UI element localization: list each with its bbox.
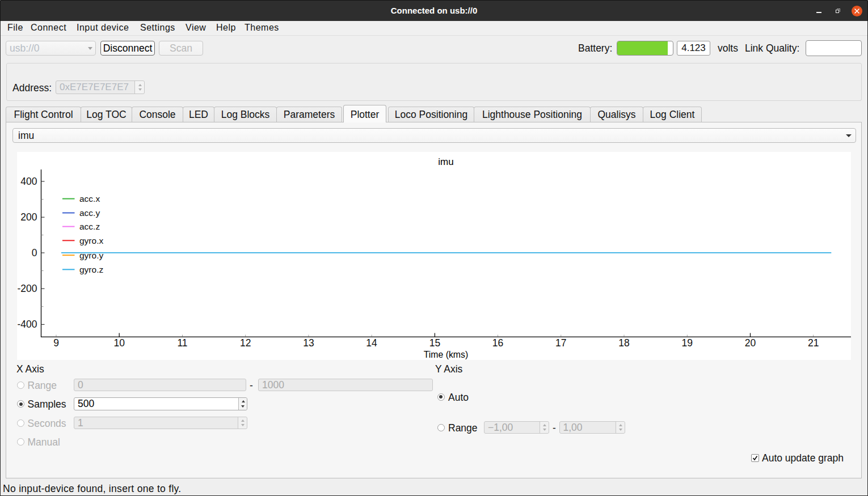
svg-text:imu: imu <box>438 156 453 167</box>
svg-text:gyro.x: gyro.x <box>79 236 103 245</box>
svg-text:10: 10 <box>113 337 125 349</box>
svg-text:Time (kms): Time (kms) <box>424 350 468 359</box>
svg-text:11: 11 <box>177 337 187 349</box>
svg-text:14: 14 <box>366 337 377 349</box>
svg-text:gyro.z: gyro.z <box>79 265 103 274</box>
svg-text:21: 21 <box>808 337 819 349</box>
svg-text:20: 20 <box>745 337 756 349</box>
svg-text:acc.y: acc.y <box>79 208 100 218</box>
svg-text:acc.x: acc.x <box>79 194 100 204</box>
svg-text:19: 19 <box>682 337 693 349</box>
svg-text:acc.z: acc.z <box>79 222 100 231</box>
svg-text:0: 0 <box>32 247 37 258</box>
svg-text:gyro.y: gyro.y <box>79 251 103 260</box>
svg-text:-400: -400 <box>17 319 37 330</box>
svg-text:12: 12 <box>240 337 251 349</box>
svg-text:17: 17 <box>555 337 566 349</box>
svg-text:9: 9 <box>53 337 59 349</box>
svg-text:400: 400 <box>20 176 37 187</box>
svg-text:15: 15 <box>429 337 440 349</box>
svg-text:16: 16 <box>492 337 503 349</box>
svg-text:13: 13 <box>303 337 314 349</box>
svg-text:-200: -200 <box>17 283 37 294</box>
svg-text:18: 18 <box>618 337 629 349</box>
svg-text:200: 200 <box>20 211 37 223</box>
